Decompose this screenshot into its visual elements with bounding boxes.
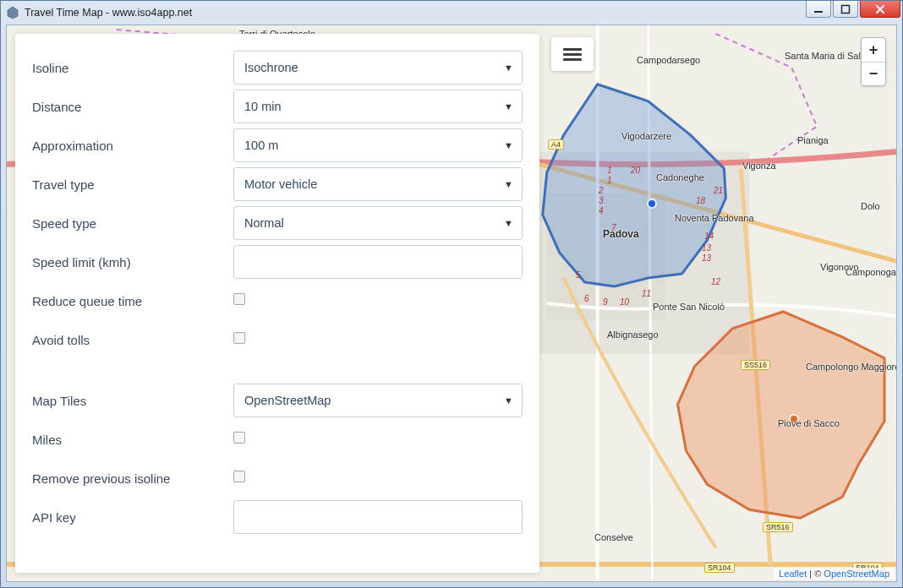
window-controls (804, 1, 900, 18)
titlebar: Travel Time Map - www.iso4app.net (1, 1, 902, 24)
miles-checkbox[interactable] (233, 432, 245, 444)
api-key-label: API key (32, 510, 233, 525)
select-value: Isochrone (244, 61, 298, 74)
zoom-in-button[interactable]: + (862, 38, 885, 62)
minus-icon: − (869, 65, 878, 83)
minimize-button[interactable] (806, 1, 831, 18)
zoom-control: + − (861, 37, 886, 86)
api-key-input-wrapper (233, 500, 523, 534)
select-value: Motor vehicle (244, 177, 317, 191)
window-title: Travel Time Map - www.iso4app.net (25, 7, 192, 19)
maximize-button[interactable] (833, 1, 858, 18)
hamburger-icon (563, 46, 582, 63)
miles-label: Miles (32, 433, 233, 447)
select-value: 10 min (244, 100, 282, 113)
distance-select[interactable]: 10 min▼ (233, 90, 523, 123)
travel-type-label: Travel type (32, 177, 233, 192)
isoline-select[interactable]: Isochrone▼ (233, 51, 523, 84)
speed-limit-input-wrapper (233, 245, 523, 279)
chevron-down-icon: ▼ (504, 101, 513, 112)
api-key-input[interactable] (244, 510, 498, 524)
reduce-queue-checkbox[interactable] (233, 293, 245, 305)
leaflet-link[interactable]: Leaflet (779, 569, 807, 579)
osm-link[interactable]: OpenStreetMap (824, 569, 889, 579)
close-button[interactable] (860, 1, 900, 18)
settings-panel: Isoline Isochrone▼ Distance 10 min▼ Appr… (15, 34, 539, 573)
origin-marker-orange (789, 414, 799, 424)
map-tiles-label: Map Tiles (32, 394, 233, 408)
speed-type-label: Speed type (32, 216, 233, 231)
svg-rect-2 (842, 5, 850, 13)
distance-label: Distance (32, 100, 233, 114)
app-icon (6, 6, 19, 19)
speed-limit-label: Speed limit (kmh) (32, 255, 233, 270)
avoid-tolls-label: Avoid tolls (32, 333, 233, 347)
chevron-down-icon: ▼ (504, 63, 513, 73)
svg-rect-1 (814, 11, 823, 13)
select-value: OpenStreetMap (244, 394, 331, 407)
attribution-sep: | © (807, 569, 824, 579)
zoom-out-button[interactable]: − (862, 62, 885, 85)
map-tiles-select[interactable]: OpenStreetMap▼ (233, 384, 523, 417)
origin-marker-blue (647, 199, 657, 209)
select-value: Normal (244, 216, 284, 230)
svg-marker-0 (8, 7, 18, 19)
map-attribution: Leaflet | © OpenStreetMap (774, 568, 895, 580)
remove-prev-label: Remove previous isoline (32, 471, 233, 486)
chevron-down-icon: ▼ (504, 395, 513, 406)
chevron-down-icon: ▼ (504, 218, 513, 228)
client-area: Torri di Quartesolo Campodarsego Santa M… (6, 24, 897, 582)
chevron-down-icon: ▼ (504, 179, 513, 189)
isoline-label: Isoline (32, 61, 233, 75)
travel-type-select[interactable]: Motor vehicle▼ (233, 167, 523, 201)
app-window: Travel Time Map - www.iso4app.net (0, 0, 903, 588)
speed-limit-input[interactable] (244, 255, 498, 269)
approximation-select[interactable]: 100 m▼ (233, 128, 523, 162)
plus-icon: + (869, 41, 878, 59)
reduce-queue-label: Reduce queue time (32, 294, 233, 308)
menu-toggle-button[interactable] (551, 37, 594, 71)
avoid-tolls-checkbox[interactable] (233, 332, 245, 344)
select-value: 100 m (244, 139, 278, 152)
chevron-down-icon: ▼ (504, 140, 513, 150)
remove-prev-checkbox[interactable] (233, 471, 245, 482)
speed-type-select[interactable]: Normal▼ (233, 206, 523, 240)
approximation-label: Approximation (32, 139, 233, 153)
